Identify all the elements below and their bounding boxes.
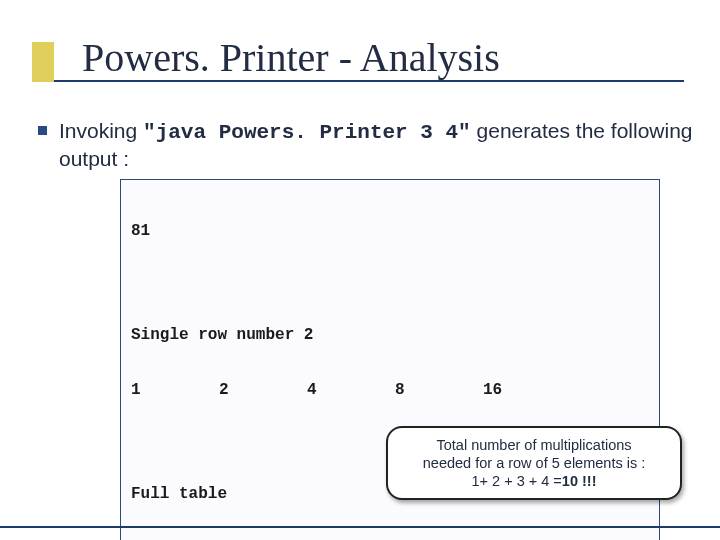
intro-cmd: "java Powers. Printer 3 4" (143, 121, 471, 144)
cell: 16 (483, 381, 571, 399)
callout-equation: 1+ 2 + 3 + 4 = (472, 473, 562, 489)
output-single-row: 1 2 4 8 16 (131, 381, 649, 399)
output-top: 81 (131, 222, 649, 240)
cell: 2 (219, 381, 307, 399)
callout-line1: Total number of multiplications (436, 436, 631, 454)
cell: 1 (131, 381, 219, 399)
page-title: Powers. Printer - Analysis (82, 34, 500, 81)
intro-text: Invoking "java Powers. Printer 3 4" gene… (59, 118, 698, 173)
intro-bullet: Invoking "java Powers. Printer 3 4" gene… (38, 118, 698, 173)
callout-line2: needed for a row of 5 elements is : (423, 454, 645, 472)
callout-box: Total number of multiplications needed f… (386, 426, 682, 500)
cell: 4 (307, 381, 395, 399)
cell: 8 (395, 381, 483, 399)
bullet-icon (38, 126, 47, 135)
callout-answer: 10 !!! (562, 473, 597, 489)
accent-bar (32, 42, 54, 82)
callout-line3: 1+ 2 + 3 + 4 =10 !!! (472, 472, 597, 490)
footer-line (0, 526, 720, 528)
intro-pre: Invoking (59, 119, 143, 142)
output-single-header: Single row number 2 (131, 326, 649, 344)
